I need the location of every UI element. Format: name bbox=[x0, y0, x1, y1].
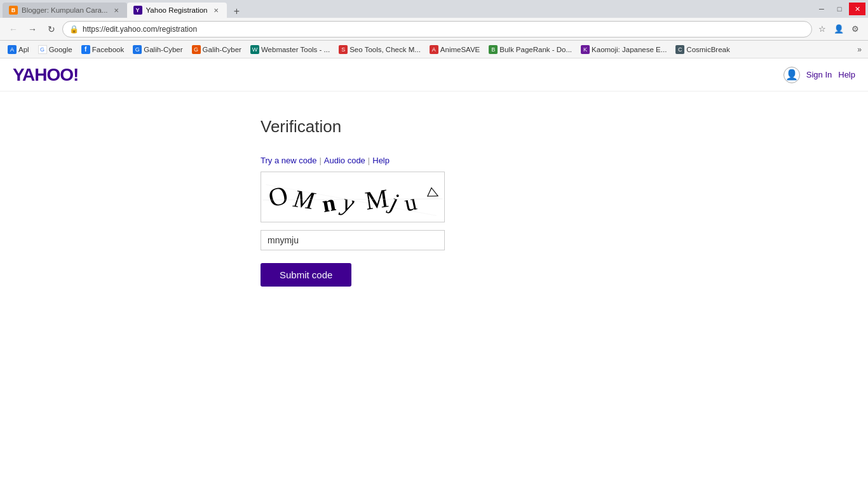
bookmark-star-icon[interactable]: ☆ bbox=[815, 22, 830, 37]
window-controls: ─ □ ✕ bbox=[813, 3, 865, 15]
header-right: 👤 Sign In Help bbox=[783, 67, 855, 83]
browser-chrome: B Blogger: Kumpulan Cara... ✕ Y Yahoo Re… bbox=[0, 0, 868, 58]
bookmark-favicon-webmaster: W bbox=[250, 45, 259, 54]
verification-title: Verification bbox=[261, 117, 868, 137]
captcha-image: O M n y M j u ▷ bbox=[261, 172, 445, 222]
tab-title-yahoo: Yahoo Registration bbox=[146, 6, 208, 14]
bookmark-webmaster[interactable]: W Webmaster Tools - ... bbox=[247, 43, 334, 57]
captcha-svg: O M n y M j u ▷ bbox=[261, 172, 444, 222]
submit-button[interactable]: Submit code bbox=[261, 263, 351, 287]
sign-in-link[interactable]: Sign In bbox=[806, 70, 832, 79]
minimize-button[interactable]: ─ bbox=[813, 3, 830, 15]
tab-favicon-blogger: B bbox=[9, 6, 18, 15]
bookmark-favicon-kaomoji: K bbox=[581, 45, 590, 54]
tab-bar: B Blogger: Kumpulan Cara... ✕ Y Yahoo Re… bbox=[3, 0, 245, 18]
bookmark-favicon-cosmicbreak: C bbox=[675, 45, 684, 54]
bookmark-favicon-galih1: G bbox=[133, 45, 142, 54]
separator2: | bbox=[368, 156, 370, 165]
forward-button[interactable]: → bbox=[24, 21, 41, 37]
tab-yahoo[interactable]: Y Yahoo Registration ✕ bbox=[127, 3, 227, 18]
tab-favicon-yahoo: Y bbox=[133, 6, 142, 15]
url-text: https://edit.yahoo.com/registration bbox=[83, 25, 805, 34]
bookmark-google[interactable]: G Google bbox=[34, 43, 76, 57]
reload-button[interactable]: ↻ bbox=[43, 21, 60, 37]
captcha-links: Try a new code | Audio code | Help bbox=[261, 156, 868, 165]
nav-right-icons: ☆ 👤 ⚙ bbox=[815, 22, 863, 37]
help-link[interactable]: Help bbox=[838, 70, 855, 79]
try-new-code-link[interactable]: Try a new code bbox=[261, 156, 316, 165]
tab-blogger[interactable]: B Blogger: Kumpulan Cara... ✕ bbox=[3, 3, 127, 18]
address-bar[interactable]: 🔒 https://edit.yahoo.com/registration bbox=[62, 21, 812, 37]
bookmark-facebook[interactable]: f Facebook bbox=[78, 43, 128, 57]
yahoo-header: YAHOO! 👤 Sign In Help bbox=[0, 58, 868, 92]
tab-close-yahoo[interactable]: ✕ bbox=[212, 6, 220, 15]
bookmark-favicon-galih2: G bbox=[192, 45, 201, 54]
user-icon: 👤 bbox=[783, 67, 800, 83]
separator1: | bbox=[319, 156, 321, 165]
bookmarks-bar: A Apl G Google f Facebook G Galih-Cyber … bbox=[0, 41, 868, 58]
back-button[interactable]: ← bbox=[5, 21, 22, 37]
bookmark-kaomoji[interactable]: K Kaomoji: Japanese E... bbox=[577, 43, 670, 57]
bookmarks-more-button[interactable]: » bbox=[855, 44, 864, 55]
bookmark-favicon-facebook: f bbox=[81, 45, 90, 54]
bookmark-favicon-seotools: S bbox=[339, 45, 348, 54]
bookmark-cosmicbreak[interactable]: C CosmicBreak bbox=[672, 43, 733, 57]
bookmark-animesave[interactable]: A AnimeSAVE bbox=[426, 43, 484, 57]
bookmark-apl[interactable]: A Apl bbox=[4, 43, 33, 57]
bookmark-galih1[interactable]: G Galih-Cyber bbox=[129, 43, 186, 57]
audio-code-link[interactable]: Audio code bbox=[324, 156, 365, 165]
nav-bar: ← → ↻ 🔒 https://edit.yahoo.com/registrat… bbox=[0, 18, 868, 41]
tab-title-blogger: Blogger: Kumpulan Cara... bbox=[22, 6, 108, 14]
maximize-button[interactable]: □ bbox=[831, 3, 848, 15]
captcha-input[interactable] bbox=[261, 230, 445, 250]
lock-icon: 🔒 bbox=[69, 25, 79, 34]
bookmark-favicon-animesave: A bbox=[430, 45, 438, 54]
title-bar: B Blogger: Kumpulan Cara... ✕ Y Yahoo Re… bbox=[0, 0, 868, 18]
close-button[interactable]: ✕ bbox=[849, 3, 865, 15]
captcha-help-link[interactable]: Help bbox=[372, 156, 390, 165]
yahoo-logo: YAHOO! bbox=[13, 65, 78, 85]
bookmark-bulk-pagerank[interactable]: B Bulk PageRank - Do... bbox=[485, 43, 576, 57]
bookmark-galih2[interactable]: G Galih-Cyber bbox=[188, 43, 245, 57]
new-tab-button[interactable]: + bbox=[229, 5, 245, 18]
bookmark-seotools[interactable]: S Seo Tools, Check M... bbox=[335, 43, 424, 57]
bookmark-favicon-google: G bbox=[38, 45, 47, 54]
page-content: YAHOO! 👤 Sign In Help Verification Try a… bbox=[0, 58, 868, 488]
bookmark-favicon-apl: A bbox=[8, 45, 17, 54]
bookmark-favicon-bulk: B bbox=[489, 45, 498, 54]
settings-icon[interactable]: ⚙ bbox=[848, 22, 863, 37]
person-icon[interactable]: 👤 bbox=[831, 22, 846, 37]
tab-close-blogger[interactable]: ✕ bbox=[112, 6, 121, 15]
verification-area: Verification Try a new code | Audio code… bbox=[0, 92, 868, 287]
